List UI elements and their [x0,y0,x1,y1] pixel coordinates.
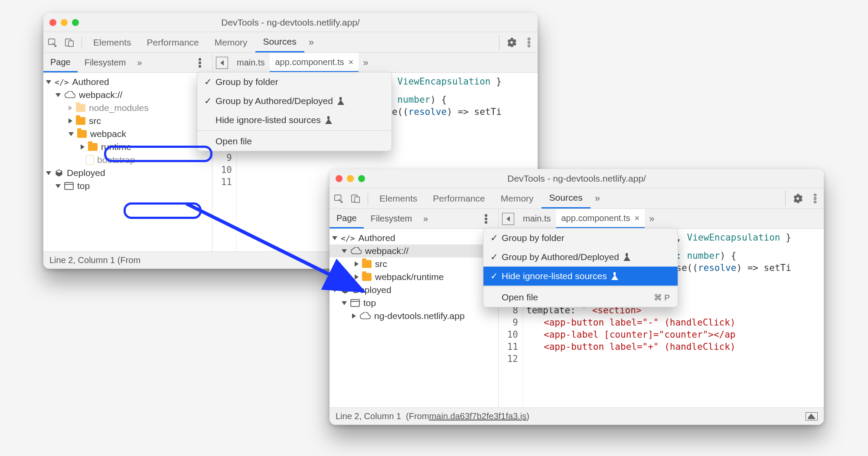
tree-bootstrap[interactable]: bootstrap [43,153,212,166]
svg-point-16 [814,197,816,199]
inspect-icon[interactable] [43,32,61,52]
close-icon[interactable] [49,19,56,26]
cube-icon [341,286,349,294]
file-tree: </> Authored webpack:// src webpack/runt… [330,229,499,407]
menu-group-by-folder[interactable]: ✓ Group by folder [197,72,392,91]
top-toolbar: Elements Performance Memory Sources » [43,32,538,53]
panel-more-icon[interactable] [477,209,495,228]
top-toolbar: Elements Performance Memory Sources » [330,188,824,209]
open-file-main[interactable]: main.ts [232,53,270,72]
tree-webpack-folder[interactable]: webpack [43,127,212,140]
tree-top[interactable]: top [330,296,498,309]
more-tabs-icon[interactable]: » [591,193,604,204]
nav-back-icon[interactable] [502,213,514,225]
folder-icon [76,117,85,125]
tree-domain[interactable]: ng-devtools.netlify.app [330,309,498,322]
open-file-main[interactable]: main.ts [518,209,556,228]
cloud-icon [350,247,362,255]
check-icon: ✓ [490,252,497,262]
tree-deployed[interactable]: Deployed [330,283,498,296]
tree-src[interactable]: src [43,114,212,127]
subtab-filesystem[interactable]: Filesystem [364,209,419,228]
menu-open-file[interactable]: Open file ⌘ P [483,288,678,307]
tab-performance[interactable]: Performance [425,188,493,208]
close-icon[interactable]: × [634,213,640,223]
close-icon[interactable] [336,175,343,182]
kebab-icon[interactable] [520,32,538,52]
tree-deployed[interactable]: Deployed [43,166,212,179]
menu-open-file[interactable]: Open file [197,132,392,151]
devtools-window-after: DevTools - ng-devtools.netlify.app/ Elem… [330,169,824,425]
tab-sources[interactable]: Sources [255,32,304,52]
cursor-position: Line 2, Column 1 [336,411,401,421]
menu-hide-ignore-listed[interactable]: Hide ignore-listed sources [197,111,392,130]
tab-elements[interactable]: Elements [372,188,425,208]
gear-icon[interactable] [503,32,520,52]
subtab-filesystem[interactable]: Filesystem [78,53,133,72]
cloud-icon [64,91,75,99]
secondary-bar: Page Filesystem » main.ts app.component.… [43,53,538,73]
svg-point-19 [485,218,487,220]
tree-runtime[interactable]: runtime [43,140,212,153]
open-file-app-component[interactable]: app.component.ts × [556,209,645,228]
subtab-more-icon[interactable]: » [419,209,432,228]
frame-icon [350,299,360,307]
svg-rect-10 [65,182,73,189]
tab-memory[interactable]: Memory [207,32,255,52]
device-toggle-icon[interactable] [347,188,364,208]
context-menu: ✓ Group by folder ✓ Group by Authored/De… [483,228,678,307]
file-icon [86,155,94,165]
subtab-page[interactable]: Page [43,53,78,72]
menu-group-by-folder[interactable]: ✓ Group by folder [483,228,678,248]
subtab-more-icon[interactable]: » [133,53,146,72]
svg-point-15 [814,194,816,196]
svg-point-8 [199,62,201,64]
open-file-app-component[interactable]: app.component.ts × [270,53,359,72]
minimize-icon[interactable] [347,175,354,182]
status-bar: Line 2, Column 1 (From main.da63f7b2fe3f… [330,407,824,425]
kebab-icon[interactable] [806,188,824,208]
subtab-page[interactable]: Page [330,209,364,228]
tree-src[interactable]: src [330,257,498,270]
secondary-bar: Page Filesystem » main.ts app.component.… [330,209,824,229]
tree-node-modules[interactable]: node_modules [43,101,212,114]
more-open-files-icon[interactable]: » [359,57,372,68]
tab-elements[interactable]: Elements [85,32,139,52]
tree-webpack-runtime[interactable]: webpack/runtime [330,270,498,283]
status-from-file[interactable]: main.da63f7b2fe3f1fa3.js [429,411,527,421]
tab-memory[interactable]: Memory [493,188,542,208]
tab-sources[interactable]: Sources [542,188,591,208]
maximize-icon[interactable] [72,19,79,26]
flask-icon [623,253,630,261]
titlebar: DevTools - ng-devtools.netlify.app/ [330,169,824,188]
panel-more-icon[interactable] [191,53,209,72]
gear-icon[interactable] [789,188,806,208]
minimize-icon[interactable] [61,19,68,26]
device-toggle-icon[interactable] [61,32,78,52]
tab-performance[interactable]: Performance [139,32,207,52]
tree-webpack-root[interactable]: webpack:// [330,244,498,257]
svg-point-4 [528,38,530,40]
more-open-files-icon[interactable]: » [645,213,659,225]
more-tabs-icon[interactable]: » [304,37,318,48]
check-icon: ✓ [490,233,497,243]
status-from-label: (From [406,411,429,421]
tree-webpack-root[interactable]: webpack:// [43,88,212,101]
tree-top[interactable]: top [43,179,212,192]
close-icon[interactable]: × [348,57,353,67]
code-icon: </> [341,234,355,243]
folder-icon [88,143,98,151]
eject-icon[interactable] [806,412,818,420]
titlebar: DevTools - ng-devtools.netlify.app/ [43,13,538,32]
file-tree: </> Authored webpack:// node_modules src… [43,73,212,251]
menu-group-authored-deployed[interactable]: ✓ Group by Authored/Deployed [483,248,678,267]
window-title: DevTools - ng-devtools.netlify.app/ [330,173,824,184]
maximize-icon[interactable] [358,175,365,182]
menu-group-authored-deployed[interactable]: ✓ Group by Authored/Deployed [197,91,392,111]
inspect-icon[interactable] [330,188,347,208]
tree-authored[interactable]: </> Authored [330,231,498,244]
tree-authored[interactable]: </> Authored [43,75,212,88]
window-title: DevTools - ng-devtools.netlify.app/ [43,17,538,28]
nav-back-icon[interactable] [216,57,228,69]
menu-hide-ignore-listed[interactable]: ✓ Hide ignore-listed sources [483,267,678,286]
